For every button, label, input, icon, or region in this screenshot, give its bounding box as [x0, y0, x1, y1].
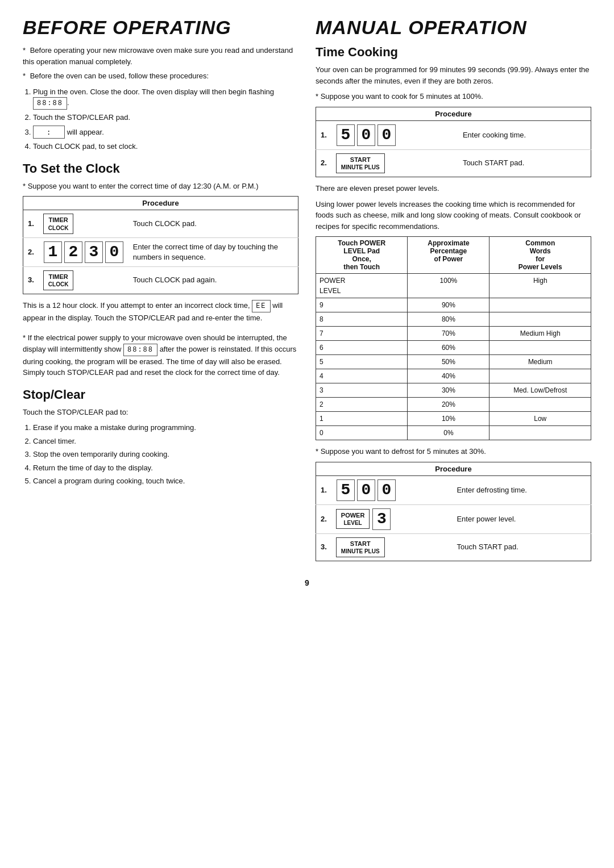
intro-bullet-1: * Before operating your new microwave ov… — [23, 45, 298, 67]
power-levels-note1: There are eleven preset power levels. — [316, 183, 591, 194]
defrost-note: * Suppose you want to defrost for 5 minu… — [316, 446, 591, 457]
before-operating-title: BEFORE OPERATING — [23, 17, 298, 38]
defrost-step-1: 1. 5 0 0 Enter defrosting time. — [316, 475, 591, 504]
stopclear-item-3: Stop the oven temporarily during cooking… — [33, 449, 298, 460]
time-step-2-desc: Touch START pad. — [458, 149, 591, 177]
clock-note: This is a 12 hour clock. If you attempt … — [23, 300, 298, 324]
stopclear-item-4: Return the time of day to the display. — [33, 462, 298, 474]
power-row-6: 440% — [316, 369, 591, 383]
power-row-1: 990% — [316, 298, 591, 312]
setup-step-1: Plug in the oven. Close the door. The ov… — [33, 86, 298, 110]
stopclear-item-1: Erase if you make a mistake during progr… — [33, 422, 298, 433]
start-minute-plus-btn-2: START MINUTE PLUS — [336, 537, 385, 557]
clock-step-1-desc: Touch CLOCK pad. — [128, 210, 298, 237]
time-step-1-desc: Enter cooking time. — [458, 120, 591, 149]
clock-title: To Set the Clock — [23, 161, 298, 176]
stopclear-intro: Touch the STOP/CLEAR pad to: — [23, 407, 298, 418]
clock-section: To Set the Clock * Suppose you want to e… — [23, 161, 298, 324]
display-8888: 88:88 — [33, 97, 67, 110]
power-row-4: 660% — [316, 341, 591, 355]
power-row-7: 330%Med. Low/Defrost — [316, 383, 591, 398]
ee-display: EE — [252, 300, 270, 312]
time-procedure-header: Procedure — [316, 107, 591, 120]
power-level-btn: POWER LEVEL — [336, 509, 370, 529]
clock-step-1: 1. TIMER CLOCK Touch CLOCK pad. — [23, 210, 298, 237]
power-row-0: POWER LEVEL100%High — [316, 274, 591, 298]
defrost-display-500: 5 0 0 — [336, 479, 396, 501]
stopclear-item-5: Cancel a program during cooking, touch t… — [33, 475, 298, 487]
power-col-header-2: Approximate Percentage of Power — [408, 237, 489, 274]
power-row-3: 770%Medium High — [316, 327, 591, 341]
power-interruption-note: * If the electrical power supply to your… — [23, 332, 298, 378]
time-display-500: 5 0 0 — [336, 124, 396, 146]
defrost-procedure-header: Procedure — [316, 462, 591, 475]
power-levels-table: Touch POWER LEVEL Pad Once, then Touch A… — [316, 236, 591, 440]
time-cooking-title: Time Cooking — [316, 45, 591, 60]
power-col-header-1: Touch POWER LEVEL Pad Once, then Touch — [316, 237, 408, 274]
left-column: BEFORE OPERATING * Before operating your… — [23, 17, 298, 567]
intro-bullet-2: * Before the oven can be used, follow th… — [23, 70, 298, 82]
clock-step-2: 2. 1 2 3 0 Enter the correct time of day… — [23, 237, 298, 266]
time-step-2: 2. START MINUTE PLUS Touch START pad. — [316, 149, 591, 177]
page-number: 9 — [23, 578, 591, 587]
colon-display: : — [33, 126, 65, 139]
power-row-8: 220% — [316, 398, 591, 412]
time-cooking-intro: Your oven can be programmed for 99 minut… — [316, 64, 591, 86]
page-layout: BEFORE OPERATING * Before operating your… — [23, 17, 591, 567]
clock-procedure-table: Procedure 1. TIMER CLOCK Touch CLOCK pad… — [23, 196, 298, 294]
power-row-5: 550%Medium — [316, 355, 591, 369]
defrost-step-2-desc: Enter power level. — [452, 504, 591, 533]
right-column: MANUAL OPERATION Time Cooking Your oven … — [316, 17, 591, 567]
defrost-step-2: 2. POWER LEVEL 3 Enter power level. — [316, 504, 591, 533]
stopclear-list: Erase if you make a mistake during progr… — [33, 422, 298, 487]
setup-step-2: Touch the STOP/CLEAR pad. — [33, 112, 298, 123]
power-level-3: 3 — [372, 508, 391, 530]
timer-clock-btn-2: TIMER CLOCK — [43, 270, 74, 290]
start-minute-plus-btn-1: START MINUTE PLUS — [336, 153, 385, 173]
manual-operation-title: MANUAL OPERATION — [316, 17, 591, 38]
stopclear-section: Stop/Clear Touch the STOP/CLEAR pad to: … — [23, 387, 298, 487]
defrost-step-1-desc: Enter defrosting time. — [452, 475, 591, 504]
power-row-2: 880% — [316, 312, 591, 327]
power-levels-note2: Using lower power levels increases the c… — [316, 199, 591, 232]
defrost-step-3: 3. START MINUTE PLUS Touch START pad. — [316, 533, 591, 561]
timer-clock-btn-1: TIMER CLOCK — [43, 214, 74, 233]
power-row-9: 110%Low — [316, 412, 591, 426]
time-procedure-table: Procedure 1. 5 0 0 Enter cooking time. — [316, 107, 591, 177]
clock-step-2-desc: Enter the correct time of day by touchin… — [128, 237, 298, 266]
power-note-section: * If the electrical power supply to your… — [23, 332, 298, 378]
clock-procedure-header: Procedure — [23, 197, 298, 210]
stopclear-title: Stop/Clear — [23, 387, 298, 402]
setup-step-3: : will appear. — [33, 126, 298, 139]
time-step-1: 1. 5 0 0 Enter cooking time. — [316, 120, 591, 149]
power-row-10: 00% — [316, 426, 591, 440]
time-cooking-note: * Suppose you want to cook for 5 minutes… — [316, 91, 591, 102]
defrost-step-3-desc: Touch START pad. — [452, 533, 591, 561]
clock-step-3: 3. TIMER CLOCK Touch CLOCK pad again. — [23, 266, 298, 294]
stopclear-item-2: Cancel timer. — [33, 436, 298, 447]
power-col-header-3: Common Words for Power Levels — [489, 237, 591, 274]
display-8888-2: 88:88 — [123, 344, 157, 356]
defrost-procedure-table: Procedure 1. 5 0 0 Enter defrosting time… — [316, 462, 591, 561]
setup-step-4: Touch CLOCK pad, to set clock. — [33, 141, 298, 152]
intro-section: * Before operating your new microwave ov… — [23, 45, 298, 152]
time-display-1230: 1 2 3 0 — [43, 241, 124, 263]
clock-step-3-desc: Touch CLOCK pad again. — [128, 266, 298, 294]
clock-intro: * Suppose you want to enter the correct … — [23, 181, 298, 192]
